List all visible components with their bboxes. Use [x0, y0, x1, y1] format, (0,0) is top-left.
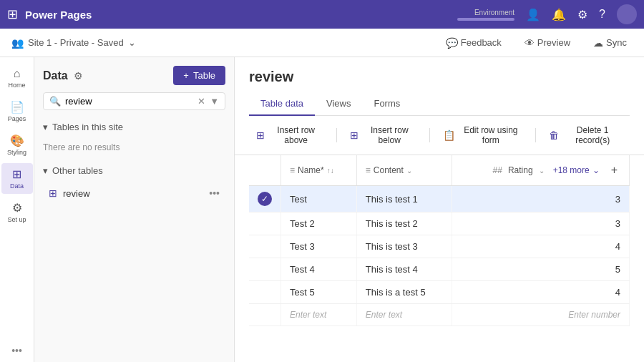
row-name-cell: Test 2	[281, 212, 357, 235]
tables-in-site-header[interactable]: ▾ Tables in this site	[43, 119, 225, 135]
placeholder-check	[249, 304, 281, 326]
add-table-button[interactable]: + Table	[173, 66, 225, 85]
nav-setup[interactable]: ⚙ Set up	[1, 197, 33, 228]
nav-styling[interactable]: 🎨 Styling	[1, 129, 33, 160]
edit-row-form-icon: 📋	[443, 129, 455, 141]
table-item-review-name: review	[63, 188, 90, 199]
sync-button[interactable]: ☁ Sync	[587, 34, 633, 52]
top-bar-right: Environment 👤 🔔 ⚙ ?	[457, 4, 637, 24]
table-row[interactable]: Test 4This is test 45	[249, 258, 630, 281]
avatar[interactable]	[617, 4, 637, 24]
nav-data[interactable]: ⊞ Data	[1, 163, 33, 194]
row-name-cell: Test 4	[281, 258, 357, 281]
search-box: 🔍 ✕ ▼	[43, 92, 225, 110]
top-bar-left: ⊞ Power Pages	[7, 6, 92, 22]
search-filter-icon[interactable]: ▼	[210, 96, 219, 107]
more-cols-label: +18 more	[553, 165, 590, 175]
placeholder-rating[interactable]: Enter number	[452, 304, 629, 326]
row-check-cell[interactable]	[249, 258, 281, 281]
delete-record-label: Delete 1 record(s)	[562, 125, 623, 145]
insert-row-above-label: Insert row above	[268, 125, 323, 145]
delete-record-icon: 🗑	[549, 129, 559, 141]
row-name-cell: Test	[281, 186, 357, 212]
content-col-icon: ≡	[366, 165, 371, 175]
preview-icon: 👁	[525, 37, 535, 49]
table-row[interactable]: Test 5This is a test 54	[249, 281, 630, 304]
tabs: Table data Views Forms	[249, 92, 630, 116]
feedback-button[interactable]: 💬 Feedback	[440, 34, 507, 52]
name-sort-icon[interactable]: ↑↓	[327, 167, 334, 175]
preview-button[interactable]: 👁 Preview	[519, 34, 576, 52]
content-sort-icon[interactable]: ⌄	[406, 167, 412, 175]
delete-record-button[interactable]: 🗑 Delete 1 record(s)	[542, 122, 630, 149]
site-chevron[interactable]: ⌄	[128, 37, 136, 48]
row-check-cell[interactable]	[249, 235, 281, 258]
people-icon: 👥	[11, 37, 24, 49]
insert-row-below-icon: ⊞	[350, 129, 358, 141]
app-name: Power Pages	[25, 9, 92, 21]
tables-in-site-chevron: ▾	[43, 122, 48, 132]
row-rating-cell: 4	[452, 235, 629, 258]
placeholder-content[interactable]: Enter text	[356, 304, 452, 326]
row-check-cell[interactable]	[249, 281, 281, 304]
data-label: Data	[10, 182, 24, 190]
insert-row-above-button[interactable]: ⊞ Insert row above	[249, 122, 331, 149]
help-icon[interactable]: ?	[599, 8, 605, 21]
more-cols-button[interactable]: +18 more ⌄	[550, 162, 602, 178]
persona-icon[interactable]: 👤	[526, 8, 540, 21]
tab-table-data[interactable]: Table data	[249, 92, 315, 116]
table-row[interactable]: Test 2This is test 23	[249, 212, 630, 235]
environment-bar	[457, 18, 514, 21]
table-item-review-left: ⊞ review	[49, 187, 90, 199]
edit-row-form-button[interactable]: 📋 Edit row using form	[436, 122, 530, 149]
toolbar-sep-3	[535, 128, 536, 142]
grid-icon[interactable]: ⊞	[7, 6, 18, 22]
table-header-row: ≡ Name* ↑↓ ≡ Content ⌄	[249, 155, 630, 186]
sidebar-gear-icon[interactable]: ⚙	[74, 70, 83, 82]
rating-sort-icon[interactable]: ⌄	[539, 167, 545, 175]
check-circle: ✓	[258, 192, 272, 206]
main-layout: ⌂ Home 📄 Pages 🎨 Styling ⊞ Data ⚙ Set up…	[0, 57, 644, 362]
left-nav: ⌂ Home 📄 Pages 🎨 Styling ⊞ Data ⚙ Set up…	[0, 57, 34, 362]
placeholder-row[interactable]: Enter text Enter text Enter number	[249, 304, 630, 326]
row-rating-cell: 3	[452, 186, 629, 212]
sidebar-header: Data ⚙ + Table	[43, 66, 225, 85]
setup-icon: ⚙	[12, 201, 22, 215]
nav-pages[interactable]: 📄 Pages	[1, 96, 33, 127]
search-input[interactable]	[65, 96, 193, 107]
nav-more[interactable]: •••	[11, 345, 22, 362]
rating-col-label: Rating	[508, 165, 533, 175]
table-item-review-more-icon[interactable]: •••	[209, 187, 220, 199]
row-check-cell[interactable]	[249, 212, 281, 235]
pages-icon: 📄	[10, 100, 24, 114]
settings-icon[interactable]: ⚙	[577, 8, 587, 21]
col-header-name[interactable]: ≡ Name* ↑↓	[281, 155, 357, 186]
data-table: ≡ Name* ↑↓ ≡ Content ⌄	[249, 155, 630, 326]
col-header-rating[interactable]: ## Rating ⌄ +18 more ⌄ +	[452, 155, 629, 186]
more-cols-chevron: ⌄	[592, 165, 600, 175]
row-check-cell[interactable]: ✓	[249, 186, 281, 212]
search-clear-icon[interactable]: ✕	[197, 96, 205, 107]
add-column-button[interactable]: +	[608, 161, 620, 180]
row-content-cell: This is test 3	[356, 235, 452, 258]
tab-views[interactable]: Views	[315, 92, 362, 116]
setup-label: Set up	[7, 216, 26, 223]
nav-home[interactable]: ⌂ Home	[1, 63, 33, 93]
table-row[interactable]: Test 3This is test 34	[249, 235, 630, 258]
col-header-check	[249, 155, 281, 186]
table-row[interactable]: ✓TestThis is test 13	[249, 186, 630, 212]
table-item-review[interactable]: ⊞ review •••	[43, 183, 225, 203]
preview-label: Preview	[537, 37, 570, 48]
tab-forms[interactable]: Forms	[362, 92, 411, 116]
insert-row-below-button[interactable]: ⊞ Insert row below	[343, 122, 424, 149]
row-content-cell: This is test 2	[356, 212, 452, 235]
bell-icon[interactable]: 🔔	[552, 8, 566, 21]
row-content-cell: This is a test 5	[356, 281, 452, 304]
table-body: ✓TestThis is test 13Test 2This is test 2…	[249, 186, 630, 326]
other-tables-header[interactable]: ▾ Other tables	[43, 162, 225, 179]
sidebar: Data ⚙ + Table 🔍 ✕ ▼ ▾ Tables in this si…	[34, 57, 235, 362]
col-header-content[interactable]: ≡ Content ⌄	[356, 155, 452, 186]
other-tables-chevron: ▾	[43, 165, 48, 176]
placeholder-name[interactable]: Enter text	[281, 304, 357, 326]
add-table-plus-icon: +	[183, 70, 189, 81]
